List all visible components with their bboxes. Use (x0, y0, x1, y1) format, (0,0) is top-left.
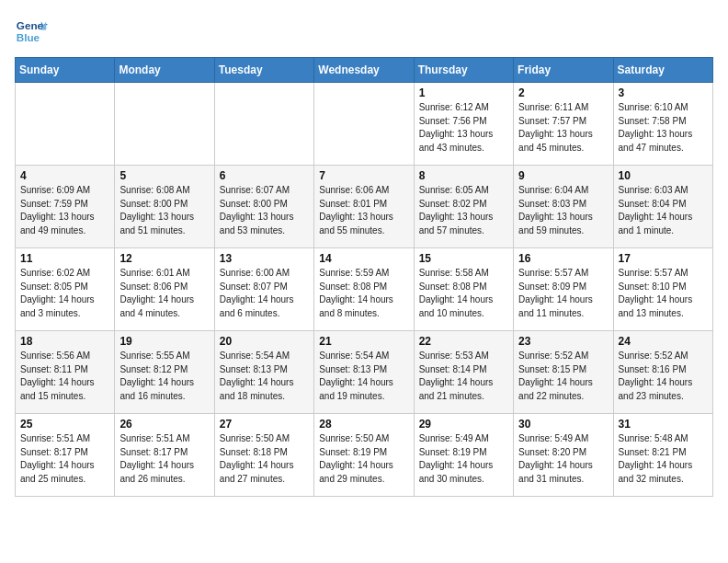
day-info: Sunrise: 6:00 AM Sunset: 8:07 PM Dayligh… (220, 267, 309, 320)
day-info: Sunrise: 5:58 AM Sunset: 8:08 PM Dayligh… (419, 267, 508, 320)
day-info: Sunrise: 6:05 AM Sunset: 8:02 PM Dayligh… (419, 184, 508, 237)
weekday-header: Monday (115, 58, 214, 83)
day-info: Sunrise: 6:03 AM Sunset: 8:04 PM Dayligh… (619, 184, 708, 237)
calendar-cell: 19Sunrise: 5:55 AM Sunset: 8:12 PM Dayli… (115, 331, 214, 414)
day-info: Sunrise: 5:52 AM Sunset: 8:15 PM Dayligh… (518, 350, 608, 403)
day-info: Sunrise: 5:54 AM Sunset: 8:13 PM Dayligh… (220, 350, 309, 403)
calendar-cell: 4Sunrise: 6:09 AM Sunset: 7:59 PM Daylig… (16, 166, 115, 248)
day-number: 29 (419, 418, 508, 431)
day-info: Sunrise: 6:07 AM Sunset: 8:00 PM Dayligh… (220, 184, 309, 237)
day-number: 9 (518, 169, 608, 182)
day-info: Sunrise: 5:49 AM Sunset: 8:20 PM Dayligh… (518, 432, 608, 486)
day-info: Sunrise: 6:02 AM Sunset: 8:05 PM Dayligh… (20, 267, 109, 320)
day-number: 20 (220, 335, 309, 348)
day-number: 17 (619, 252, 708, 265)
weekday-header: Friday (514, 58, 613, 83)
logo: General Blue (15, 15, 51, 48)
day-info: Sunrise: 5:59 AM Sunset: 8:08 PM Dayligh… (319, 267, 408, 320)
calendar-cell (314, 83, 414, 166)
calendar-cell: 26Sunrise: 5:51 AM Sunset: 8:17 PM Dayli… (115, 414, 214, 497)
day-info: Sunrise: 5:50 AM Sunset: 8:19 PM Dayligh… (319, 432, 408, 486)
day-info: Sunrise: 6:10 AM Sunset: 7:58 PM Dayligh… (619, 101, 708, 155)
calendar-cell: 6Sunrise: 6:07 AM Sunset: 8:00 PM Daylig… (214, 166, 313, 248)
day-number: 2 (518, 86, 608, 99)
calendar-cell: 9Sunrise: 6:04 AM Sunset: 8:03 PM Daylig… (514, 166, 613, 248)
day-number: 31 (619, 418, 708, 431)
calendar-week-row: 1Sunrise: 6:12 AM Sunset: 7:56 PM Daylig… (16, 83, 713, 166)
day-info: Sunrise: 5:52 AM Sunset: 8:16 PM Dayligh… (619, 350, 708, 403)
day-number: 5 (119, 169, 209, 182)
calendar-cell: 29Sunrise: 5:49 AM Sunset: 8:19 PM Dayli… (414, 414, 513, 497)
day-info: Sunrise: 5:53 AM Sunset: 8:14 PM Dayligh… (419, 350, 508, 403)
calendar-cell: 27Sunrise: 5:50 AM Sunset: 8:18 PM Dayli… (214, 414, 313, 497)
day-number: 4 (20, 169, 109, 182)
day-number: 14 (319, 252, 408, 265)
weekday-header: Wednesday (314, 58, 414, 83)
calendar-cell (115, 83, 214, 166)
day-number: 25 (20, 418, 109, 431)
day-info: Sunrise: 5:57 AM Sunset: 8:10 PM Dayligh… (619, 267, 708, 320)
day-number: 26 (119, 418, 209, 431)
calendar-cell: 20Sunrise: 5:54 AM Sunset: 8:13 PM Dayli… (214, 331, 313, 414)
calendar-week-row: 18Sunrise: 5:56 AM Sunset: 8:11 PM Dayli… (16, 331, 713, 414)
calendar-cell: 13Sunrise: 6:00 AM Sunset: 8:07 PM Dayli… (214, 248, 313, 331)
day-number: 11 (20, 252, 109, 265)
calendar-cell: 24Sunrise: 5:52 AM Sunset: 8:16 PM Dayli… (613, 331, 712, 414)
day-number: 27 (220, 418, 309, 431)
calendar-cell: 31Sunrise: 5:48 AM Sunset: 8:21 PM Dayli… (613, 414, 712, 497)
calendar-cell: 30Sunrise: 5:49 AM Sunset: 8:20 PM Dayli… (514, 414, 613, 497)
calendar-cell: 15Sunrise: 5:58 AM Sunset: 8:08 PM Dayli… (414, 248, 513, 331)
calendar-week-row: 4Sunrise: 6:09 AM Sunset: 7:59 PM Daylig… (16, 166, 713, 248)
day-number: 13 (220, 252, 309, 265)
calendar-cell: 1Sunrise: 6:12 AM Sunset: 7:56 PM Daylig… (414, 83, 513, 166)
day-info: Sunrise: 5:57 AM Sunset: 8:09 PM Dayligh… (518, 267, 608, 320)
calendar-cell: 21Sunrise: 5:54 AM Sunset: 8:13 PM Dayli… (314, 331, 414, 414)
day-number: 15 (419, 252, 508, 265)
calendar-cell: 2Sunrise: 6:11 AM Sunset: 7:57 PM Daylig… (514, 83, 613, 166)
weekday-header: Thursday (414, 58, 513, 83)
calendar-cell: 28Sunrise: 5:50 AM Sunset: 8:19 PM Dayli… (314, 414, 414, 497)
day-number: 3 (619, 86, 708, 99)
calendar-cell: 11Sunrise: 6:02 AM Sunset: 8:05 PM Dayli… (16, 248, 115, 331)
day-info: Sunrise: 5:56 AM Sunset: 8:11 PM Dayligh… (20, 350, 109, 403)
day-number: 21 (319, 335, 408, 348)
day-info: Sunrise: 5:55 AM Sunset: 8:12 PM Dayligh… (119, 350, 209, 403)
calendar-cell: 14Sunrise: 5:59 AM Sunset: 8:08 PM Dayli… (314, 248, 414, 331)
calendar-cell: 25Sunrise: 5:51 AM Sunset: 8:17 PM Dayli… (16, 414, 115, 497)
day-info: Sunrise: 6:01 AM Sunset: 8:06 PM Dayligh… (119, 267, 209, 320)
day-info: Sunrise: 5:49 AM Sunset: 8:19 PM Dayligh… (419, 432, 508, 486)
calendar-header: SundayMondayTuesdayWednesdayThursdayFrid… (16, 58, 713, 83)
calendar-cell: 18Sunrise: 5:56 AM Sunset: 8:11 PM Dayli… (16, 331, 115, 414)
calendar-cell: 5Sunrise: 6:08 AM Sunset: 8:00 PM Daylig… (115, 166, 214, 248)
day-number: 6 (220, 169, 309, 182)
calendar-cell: 23Sunrise: 5:52 AM Sunset: 8:15 PM Dayli… (514, 331, 613, 414)
day-number: 8 (419, 169, 508, 182)
day-info: Sunrise: 6:12 AM Sunset: 7:56 PM Dayligh… (419, 101, 508, 155)
calendar-cell (214, 83, 313, 166)
day-info: Sunrise: 5:54 AM Sunset: 8:13 PM Dayligh… (319, 350, 408, 403)
day-number: 7 (319, 169, 408, 182)
day-number: 1 (419, 86, 508, 99)
day-info: Sunrise: 6:04 AM Sunset: 8:03 PM Dayligh… (518, 184, 608, 237)
calendar-cell: 3Sunrise: 6:10 AM Sunset: 7:58 PM Daylig… (613, 83, 712, 166)
day-number: 28 (319, 418, 408, 431)
day-number: 22 (419, 335, 508, 348)
day-info: Sunrise: 5:50 AM Sunset: 8:18 PM Dayligh… (220, 432, 309, 486)
calendar-cell (16, 83, 115, 166)
calendar-week-row: 11Sunrise: 6:02 AM Sunset: 8:05 PM Dayli… (16, 248, 713, 331)
weekday-header: Sunday (16, 58, 115, 83)
calendar-cell: 8Sunrise: 6:05 AM Sunset: 8:02 PM Daylig… (414, 166, 513, 248)
calendar-cell: 10Sunrise: 6:03 AM Sunset: 8:04 PM Dayli… (613, 166, 712, 248)
day-info: Sunrise: 6:06 AM Sunset: 8:01 PM Dayligh… (319, 184, 408, 237)
svg-text:Blue: Blue (17, 31, 40, 43)
day-number: 12 (119, 252, 209, 265)
day-number: 30 (518, 418, 608, 431)
calendar-cell: 7Sunrise: 6:06 AM Sunset: 8:01 PM Daylig… (314, 166, 414, 248)
day-number: 19 (119, 335, 209, 348)
calendar-cell: 17Sunrise: 5:57 AM Sunset: 8:10 PM Dayli… (613, 248, 712, 331)
calendar-table: SundayMondayTuesdayWednesdayThursdayFrid… (15, 57, 713, 497)
calendar-body: 1Sunrise: 6:12 AM Sunset: 7:56 PM Daylig… (16, 83, 713, 497)
day-info: Sunrise: 5:48 AM Sunset: 8:21 PM Dayligh… (619, 432, 708, 486)
page-header: General Blue (15, 15, 713, 48)
day-info: Sunrise: 5:51 AM Sunset: 8:17 PM Dayligh… (119, 432, 209, 486)
